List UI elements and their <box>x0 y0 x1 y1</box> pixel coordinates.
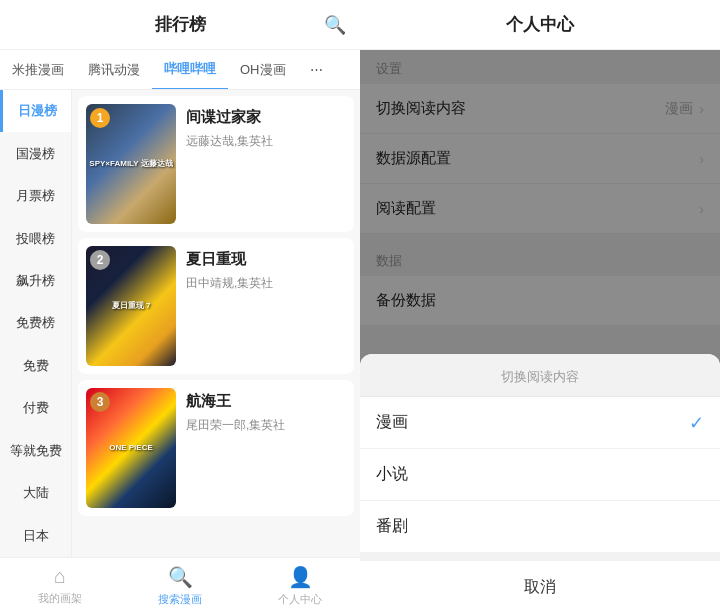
manga-card-2[interactable]: 2 夏日重现 7 夏日重现 田中靖规,集英社 <box>78 238 354 374</box>
sidebar-item-freetype[interactable]: 免费 <box>0 345 71 387</box>
modal-option-novel[interactable]: 小说 <box>360 449 720 501</box>
right-header: 个人中心 <box>360 0 720 50</box>
nav-search-label: 搜索漫画 <box>158 592 202 607</box>
right-wrapper: 设置 切换阅读内容 漫画 › 数据源配置 › 阅读配置 › 数据 备份数据 切换… <box>360 50 720 613</box>
sidebar-item-mainland[interactable]: 大陆 <box>0 472 71 514</box>
nav-home-label: 我的画架 <box>38 591 82 606</box>
tab-more[interactable]: ⋯ <box>298 50 335 90</box>
manga-title-2: 夏日重现 <box>186 250 346 269</box>
cover-summer-text: 夏日重现 7 <box>112 301 151 311</box>
modal-cancel-button[interactable]: 取消 <box>360 561 720 613</box>
right-title: 个人中心 <box>506 13 574 36</box>
manga-cover-1: 1 SPY×FAMILY 远藤达哉 <box>86 104 176 224</box>
rank-badge-1: 1 <box>90 108 110 128</box>
sidebar-item-feed[interactable]: 投喂榜 <box>0 217 71 259</box>
manga-title-3: 航海王 <box>186 392 346 411</box>
manga-list: 1 SPY×FAMILY 远藤达哉 间谍过家家 远藤达哉,集英社 2 夏日重现 … <box>72 90 360 557</box>
nav-profile[interactable]: 👤 个人中心 <box>240 565 360 607</box>
manga-cover-3: 3 ONE PIECE <box>86 388 176 508</box>
modal-drama-label: 番剧 <box>376 516 408 537</box>
home-icon: ⌂ <box>54 565 66 588</box>
left-title: 排行榜 <box>155 13 206 36</box>
modal-option-manga[interactable]: 漫画 ✓ <box>360 397 720 449</box>
manga-info-3: 航海王 尾田荣一郎,集英社 <box>186 388 346 508</box>
sidebar-item-equalfree[interactable]: 等就免费 <box>0 430 71 472</box>
cover-spy-text: SPY×FAMILY 远藤达哉 <box>89 159 172 169</box>
tabs-row: 米推漫画 腾讯动漫 哔哩哔哩 OH漫画 ⋯ <box>0 50 360 90</box>
content-area: 日漫榜 国漫榜 月票榜 投喂榜 飙升榜 免费榜 免费 付费 等就免费 大陆 日本… <box>0 90 360 557</box>
manga-card-3[interactable]: 3 ONE PIECE 航海王 尾田荣一郎,集英社 <box>78 380 354 516</box>
sidebar-item-china[interactable]: 国漫榜 <box>0 132 71 174</box>
modal-manga-label: 漫画 <box>376 412 408 433</box>
manga-author-3: 尾田荣一郎,集英社 <box>186 417 346 434</box>
sidebar-item-paid[interactable]: 付费 <box>0 387 71 429</box>
nav-home[interactable]: ⌂ 我的画架 <box>0 565 120 606</box>
cover-onepiece-text: ONE PIECE <box>109 443 153 453</box>
profile-icon: 👤 <box>288 565 313 589</box>
modal-cancel-label: 取消 <box>524 577 556 598</box>
rank-badge-2: 2 <box>90 250 110 270</box>
manga-cover-2: 2 夏日重现 7 <box>86 246 176 366</box>
modal-option-drama[interactable]: 番剧 <box>360 501 720 553</box>
nav-search[interactable]: 🔍 搜索漫画 <box>120 565 240 607</box>
sidebar: 日漫榜 国漫榜 月票榜 投喂榜 飙升榜 免费榜 免费 付费 等就免费 大陆 日本 <box>0 90 72 557</box>
tab-bilibili[interactable]: 哔哩哔哩 <box>152 50 228 90</box>
rank-badge-3: 3 <box>90 392 110 412</box>
modal-manga-check: ✓ <box>689 412 704 434</box>
tab-tencentanime[interactable]: 腾讯动漫 <box>76 50 152 90</box>
manga-author-2: 田中靖规,集英社 <box>186 275 346 292</box>
bottom-nav: ⌂ 我的画架 🔍 搜索漫画 👤 个人中心 <box>0 557 360 613</box>
modal-novel-label: 小说 <box>376 464 408 485</box>
manga-info-2: 夏日重现 田中靖规,集英社 <box>186 246 346 366</box>
right-panel: 个人中心 设置 切换阅读内容 漫画 › 数据源配置 › 阅读配置 › 数据 备份… <box>360 0 720 613</box>
sidebar-item-japan[interactable]: 日漫榜 <box>0 90 71 132</box>
manga-title-1: 间谍过家家 <box>186 108 346 127</box>
manga-author-1: 远藤达哉,集英社 <box>186 133 346 150</box>
search-icon[interactable]: 🔍 <box>324 14 346 36</box>
left-panel: 排行榜 🔍 米推漫画 腾讯动漫 哔哩哔哩 OH漫画 ⋯ 日漫榜 国漫榜 月票榜 … <box>0 0 360 613</box>
tab-ohmanhua[interactable]: OH漫画 <box>228 50 298 90</box>
left-header: 排行榜 🔍 <box>0 0 360 50</box>
modal-sheet: 切换阅读内容 漫画 ✓ 小说 番剧 取消 <box>360 354 720 613</box>
manga-card-1[interactable]: 1 SPY×FAMILY 远藤达哉 间谍过家家 远藤达哉,集英社 <box>78 96 354 232</box>
sidebar-item-monthly[interactable]: 月票榜 <box>0 175 71 217</box>
manga-info-1: 间谍过家家 远藤达哉,集英社 <box>186 104 346 224</box>
sidebar-item-rising[interactable]: 飙升榜 <box>0 260 71 302</box>
nav-profile-label: 个人中心 <box>278 592 322 607</box>
sidebar-item-free[interactable]: 免费榜 <box>0 302 71 344</box>
modal-header: 切换阅读内容 <box>360 354 720 397</box>
tab-mituimanhua[interactable]: 米推漫画 <box>0 50 76 90</box>
search-nav-icon: 🔍 <box>168 565 193 589</box>
sidebar-item-japan2[interactable]: 日本 <box>0 515 71 557</box>
